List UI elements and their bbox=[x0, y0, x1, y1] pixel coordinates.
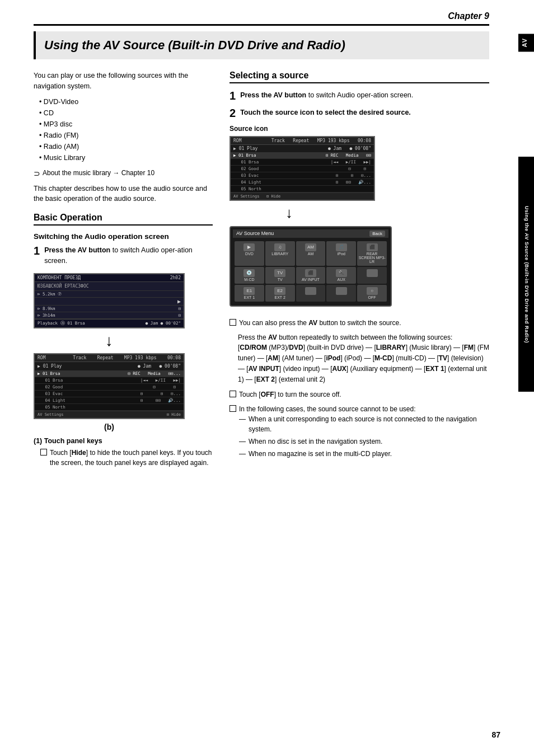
av-menu-item-ipod[interactable]: 🎵 iPod bbox=[326, 241, 356, 266]
am-label: AM bbox=[308, 252, 314, 256]
arrow-icon: ⊃ bbox=[34, 169, 40, 178]
av-tab: AV bbox=[518, 34, 534, 51]
selecting-source-section: Selecting a source 1 Press the AV button… bbox=[229, 71, 489, 307]
list-item: DVD-Video bbox=[39, 96, 213, 107]
touch-panel-title: (1) Touch panel keys bbox=[34, 437, 213, 445]
av-menu-item-rear[interactable]: ⬛ REAR SCREEN MP3-LR bbox=[357, 241, 387, 266]
av-menu-item-empty2 bbox=[296, 285, 326, 302]
right-column: Selecting a source 1 Press the AV button… bbox=[229, 71, 489, 472]
source-track-list: ▶ 01 Brsa⊟ REC Media ⊟⊟ 01 Brsa|◄◄ ▶/II … bbox=[231, 152, 374, 192]
source-top-bar: ROM Track Repeat MP3 193 kbps 00:08 bbox=[231, 137, 374, 145]
empty2-icon bbox=[305, 287, 316, 295]
rear-label: REAR SCREEN MP3-LR bbox=[358, 252, 386, 264]
track-row: 04 Light⊟ ⊟⊟ 🔊... bbox=[35, 397, 184, 404]
av-menu-item-ext1[interactable]: E1 EXT 1 bbox=[235, 285, 264, 302]
basic-operation-title: Basic Operation bbox=[34, 213, 213, 226]
chapter-side-label: Using the AV Source (Built-in DVD Drive … bbox=[523, 205, 530, 342]
am-icon: AM bbox=[305, 243, 316, 251]
audio-track-info: ▶ 01 Play ● Jam ● 00'08" bbox=[35, 362, 184, 370]
av-menu-item-off[interactable]: ○ OFF bbox=[357, 285, 387, 302]
track-row-selected: ▶ 01 Brsa⊟ REC Media ⊟⊟... bbox=[35, 370, 184, 377]
source-track-selected: ▶ 01 Brsa⊟ REC Media ⊟⊟ bbox=[231, 152, 374, 159]
av-source-menu: AV Source Menu Back ▶ DVD ♫ LIBRARY bbox=[229, 226, 392, 307]
aux-icon: 🔌 bbox=[336, 269, 347, 277]
library-icon: ♫ bbox=[274, 243, 285, 251]
source-track-info: Track Repeat MP3 193 kbps 00:08 bbox=[271, 138, 371, 143]
av-menu-item-mcd[interactable]: 💿 M-CD bbox=[235, 267, 264, 284]
source-track-row: 02 Good⊟ ⊟ bbox=[231, 166, 374, 172]
note-checkbox-icon bbox=[229, 405, 236, 412]
track-row: 01 Brsa|◄◄ ▶/II ▶▶| bbox=[35, 377, 184, 384]
nav-track-list: ⊳ 5.2km ⑦ ▶ ⊳ 8.9km⊟ ⊳ 3h14m⊟ bbox=[35, 291, 184, 319]
track-row: 05 North bbox=[35, 404, 184, 411]
touch-panel-section: (1) Touch panel keys Touch [Hide] to hid… bbox=[34, 437, 213, 468]
empty1-icon bbox=[367, 269, 378, 277]
label-b: (b) bbox=[34, 422, 185, 431]
av-menu-item-dvd[interactable]: ▶ DVD bbox=[235, 241, 264, 266]
tv-label: TV bbox=[278, 278, 283, 281]
rear-icon: ⬛ bbox=[367, 243, 378, 251]
switch-sources-text: Press the AV button repeatedly to switch… bbox=[238, 332, 489, 342]
list-item: Radio (AM) bbox=[39, 141, 213, 152]
step1-container: 1 Press the AV button to switch Audio op… bbox=[34, 245, 213, 266]
right-step2-text: Touch the source icon to select the desi… bbox=[240, 107, 489, 118]
audio-source: ROM bbox=[38, 355, 45, 360]
right-step1-container: 1 Press the AV button to switch Audio op… bbox=[229, 90, 489, 101]
nav-track-label: Playback ⓐ 01 Brsa bbox=[38, 321, 85, 326]
dvd-icon: ▶ bbox=[243, 243, 255, 251]
av-menu-item-library[interactable]: ♫ LIBRARY bbox=[265, 241, 295, 266]
touch-panel-note: Touch [Hide] to hide the touch panel key… bbox=[34, 448, 213, 468]
nav-controls: Playback ⓐ 01 Brsa ● Jam ● 00'02" bbox=[35, 319, 184, 327]
avinput-icon: ⬛ bbox=[305, 269, 316, 277]
source-icon-label: Source icon bbox=[229, 125, 489, 133]
music-library-note: ⊃ About the music library → Chapter 10 bbox=[34, 169, 213, 178]
two-column-layout: You can play or use the following source… bbox=[34, 71, 489, 472]
right-step1-number: 1 bbox=[229, 90, 236, 101]
ext1-icon: E1 bbox=[243, 287, 255, 295]
av-menu-item-am[interactable]: AM AM bbox=[296, 241, 326, 266]
nav-subtitle: ЮЗБАШСКОЙ ЕРТАС3ФОС bbox=[38, 284, 89, 289]
track-row: ⊳ 8.9km⊟ bbox=[35, 306, 184, 312]
source-track-row: 03 Evac⊟ ⊟ ⊟... bbox=[231, 172, 374, 179]
main-content: Chapter 9 Using the AV Source (Built-in … bbox=[0, 0, 517, 483]
chapter-header: Chapter 9 bbox=[34, 11, 489, 26]
av-menu-item-avinput[interactable]: ⬛ AV INPUT bbox=[296, 267, 326, 284]
list-item: CD bbox=[39, 107, 213, 119]
cannot-use-item-1: When a unit corresponding to each source… bbox=[239, 414, 489, 434]
right-step2-container: 2 Touch the source icon to select the de… bbox=[229, 107, 489, 118]
ext2-label: EXT 2 bbox=[275, 295, 285, 299]
av-menu-item-ext2[interactable]: E2 EXT 2 bbox=[265, 285, 295, 302]
nav-jam-time: ● Jam ● 00'02" bbox=[146, 321, 181, 326]
source-track-row: 04 Light⊟ ⊟⊟ 🔊... bbox=[231, 179, 374, 186]
audio-top-bar: ROM Track Repeat MP3 193 kbps 00:08 bbox=[35, 354, 184, 362]
aux-label: AUX bbox=[338, 278, 345, 281]
cannot-use-item-3: When no magazine is set in the multi-CD … bbox=[239, 449, 489, 459]
source-av-settings: AV Settings ⊟ Hide bbox=[233, 194, 280, 199]
track-time: ● Jam ● 00'08" bbox=[138, 364, 181, 369]
intro-text: You can play or use the following source… bbox=[34, 71, 213, 92]
chapter-description: This chapter describes how to use the au… bbox=[34, 184, 213, 205]
right-side-notes: You can also press the AV button to swit… bbox=[229, 318, 489, 462]
track-row: 03 Evac⊟ ⊟ ⊟... bbox=[35, 391, 184, 397]
right-step1-text: Press the AV button to switch Audio oper… bbox=[240, 90, 489, 101]
page-container: AV Using the AV Source (Built-in DVD Dri… bbox=[0, 0, 534, 756]
bullet-list: DVD-Video CD MP3 disc Radio (FM) Radio (… bbox=[34, 96, 213, 163]
av-menu-item-aux[interactable]: 🔌 AUX bbox=[326, 267, 356, 284]
track-row: 02 Good⊟ ⊟ bbox=[35, 384, 184, 391]
cannot-use-text: In the following cases, the sound source… bbox=[239, 404, 489, 461]
mcd-label: M-CD bbox=[244, 278, 254, 281]
page-number: 87 bbox=[491, 730, 500, 739]
nav-time: 2h02 bbox=[170, 275, 181, 280]
source-track-row: 01 Brsa|◄◄ ▶/II ▶▶| bbox=[231, 159, 374, 166]
tv-icon: TV bbox=[274, 269, 285, 277]
track-row: ⊳ 3h14m⊟ bbox=[35, 312, 184, 319]
av-menu-item-empty3 bbox=[326, 285, 356, 302]
music-library-note-text: About the music library → Chapter 10 bbox=[43, 169, 154, 177]
arrow-down-1: ↓ bbox=[34, 332, 185, 350]
back-button[interactable]: Back bbox=[369, 231, 385, 237]
track-row: ▶ bbox=[35, 298, 184, 306]
note-checkbox-icon bbox=[229, 391, 236, 397]
source-screen-mockup: ROM Track Repeat MP3 193 kbps 00:08 ▶ 01… bbox=[229, 136, 375, 201]
source-jam: ● Jam ● 00'08" bbox=[328, 146, 371, 151]
av-menu-item-tv[interactable]: TV TV bbox=[265, 267, 295, 284]
